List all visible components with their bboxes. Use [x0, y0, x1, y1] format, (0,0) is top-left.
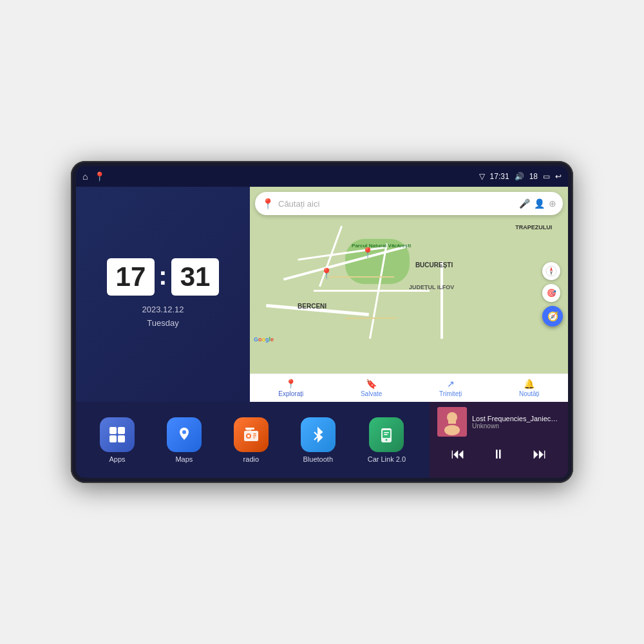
svg-rect-24 — [448, 420, 456, 424]
location-button[interactable]: 🎯 — [542, 284, 560, 302]
map-tab-send[interactable]: ↗ Trimiteți — [439, 379, 462, 397]
map-search-placeholder: Căutați aici — [278, 199, 515, 209]
apps-icon — [100, 417, 135, 452]
maps-icon — [167, 417, 202, 452]
map-tab-explore[interactable]: 📍 Explorați — [278, 379, 303, 397]
map-tab-news[interactable]: 🔔 Noutăți — [519, 379, 540, 397]
map-tab-saved[interactable]: 🔖 Salvate — [361, 379, 382, 397]
svg-rect-5 — [109, 435, 117, 442]
map-label-trapezului: TRAPEZULUI — [515, 224, 552, 231]
app-item-apps[interactable]: Apps — [100, 417, 135, 463]
music-artist: Unknown — [472, 422, 560, 430]
signal-icon: ▽ — [479, 172, 485, 181]
road-v2 — [440, 261, 443, 339]
map-label-bucuresti: BUCUREȘTI — [415, 261, 453, 269]
carlink-icon — [369, 417, 404, 452]
bluetooth-icon — [301, 417, 336, 452]
music-thumbnail — [437, 407, 467, 437]
music-controls: ⏮ ⏸ ⏭ — [437, 443, 560, 465]
road-extra3 — [330, 276, 394, 278]
volume-level: 18 — [529, 172, 538, 181]
map-panel[interactable]: 📍 Căutați aici 🎤 👤 ⊕ — [250, 187, 568, 402]
map-label-parcul: Parcul Natural Văcărești — [352, 243, 411, 249]
clock-panel: 17 : 31 2023.12.12 Tuesday — [76, 187, 250, 402]
map-pin-leroy: 📍 — [320, 267, 333, 279]
clock-date: 2023.12.12 Tuesday — [142, 303, 184, 330]
music-player: Lost Frequencies_Janieck Devy-... Unknow… — [430, 402, 568, 478]
next-button[interactable]: ⏭ — [527, 443, 552, 465]
navigate-button[interactable]: 🧭 — [542, 306, 563, 327]
app-item-radio[interactable]: FM radio — [234, 417, 269, 463]
battery-icon: ▭ — [543, 172, 550, 181]
main-content: 17 : 31 2023.12.12 Tuesday 📍 Căutați aic… — [76, 187, 568, 478]
map-bottom-bar: 📍 Explorați 🔖 Salvate ↗ Trimiteți 🔔 — [250, 374, 568, 402]
saved-icon: 🔖 — [366, 379, 377, 389]
saved-label: Salvate — [361, 390, 382, 397]
clock-colon: : — [158, 261, 167, 290]
svg-point-11 — [247, 435, 250, 437]
clock-display: 17 : 31 — [107, 258, 220, 296]
clock-hour: 17 — [107, 258, 155, 296]
music-info: Lost Frequencies_Janieck Devy-... Unknow… — [437, 407, 560, 437]
mic-icon[interactable]: 🎤 — [519, 198, 530, 209]
svg-point-7 — [182, 430, 186, 434]
clock-minute: 31 — [171, 258, 220, 296]
volume-icon: 🔊 — [515, 172, 524, 181]
prev-button[interactable]: ⏮ — [446, 443, 470, 465]
svg-point-23 — [444, 425, 460, 435]
home-icon[interactable]: ⌂ — [82, 171, 88, 182]
map-pin-parcul: 📍 — [361, 247, 374, 259]
maps-label: Maps — [175, 455, 193, 463]
google-logo: Google — [254, 336, 274, 343]
svg-rect-20 — [384, 434, 388, 435]
svg-rect-14 — [253, 437, 255, 439]
map-search-bar[interactable]: 📍 Căutați aici 🎤 👤 ⊕ — [255, 192, 563, 215]
app-item-bluetooth[interactable]: Bluetooth — [301, 417, 336, 463]
device-frame: ⌂ 📍 ▽ 17:31 🔊 18 ▭ ↩ 17 : — [71, 161, 573, 483]
maps-shortcut-icon[interactable]: 📍 — [94, 171, 105, 182]
bottom-section: Apps Maps — [76, 402, 568, 478]
music-title: Lost Frequencies_Janieck Devy-... — [472, 415, 560, 422]
news-label: Noutăți — [519, 390, 540, 397]
device-screen: ⌂ 📍 ▽ 17:31 🔊 18 ▭ ↩ 17 : — [76, 166, 568, 478]
music-meta: Lost Frequencies_Janieck Devy-... Unknow… — [472, 415, 560, 430]
radio-label: radio — [243, 455, 259, 463]
google-maps-icon: 📍 — [261, 198, 274, 210]
svg-point-18 — [386, 439, 388, 440]
svg-text:FM: FM — [247, 428, 251, 431]
map-label-ilfov: JUDEȚUL ILFOV — [409, 284, 454, 290]
svg-rect-12 — [253, 433, 256, 435]
clock-status: 17:31 — [490, 172, 509, 181]
map-right-buttons: 🎯 🧭 — [542, 262, 563, 327]
send-icon: ↗ — [447, 379, 455, 389]
svg-rect-6 — [118, 435, 125, 442]
news-icon: 🔔 — [524, 379, 535, 389]
compass-button[interactable] — [542, 262, 560, 280]
svg-rect-4 — [118, 427, 125, 434]
status-bar: ⌂ 📍 ▽ 17:31 🔊 18 ▭ ↩ — [76, 166, 568, 187]
app-item-maps[interactable]: Maps — [167, 417, 202, 463]
apps-panel: Apps Maps — [76, 402, 430, 478]
album-art — [437, 407, 467, 437]
explore-label: Explorați — [278, 390, 303, 397]
back-button[interactable]: ↩ — [555, 172, 562, 181]
play-pause-button[interactable]: ⏸ — [487, 444, 510, 464]
svg-rect-3 — [109, 427, 117, 434]
svg-rect-13 — [253, 435, 256, 437]
app-item-carlink[interactable]: Car Link 2.0 — [368, 417, 406, 463]
send-label: Trimiteți — [439, 390, 462, 397]
top-section: 17 : 31 2023.12.12 Tuesday 📍 Căutați aic… — [76, 187, 568, 402]
map-layers-icon[interactable]: ⊕ — [549, 198, 556, 209]
status-bar-left: ⌂ 📍 — [82, 171, 105, 182]
status-bar-right: ▽ 17:31 🔊 18 ▭ ↩ — [479, 172, 562, 181]
map-label-berceni: BERCENI — [298, 303, 327, 310]
svg-rect-19 — [384, 432, 389, 433]
apps-label: Apps — [109, 455, 125, 463]
bluetooth-label: Bluetooth — [303, 455, 333, 463]
account-icon[interactable]: 👤 — [534, 198, 545, 209]
explore-icon: 📍 — [285, 379, 296, 389]
road-extra4 — [345, 317, 397, 319]
radio-icon: FM — [234, 417, 269, 452]
carlink-label: Car Link 2.0 — [368, 455, 406, 463]
